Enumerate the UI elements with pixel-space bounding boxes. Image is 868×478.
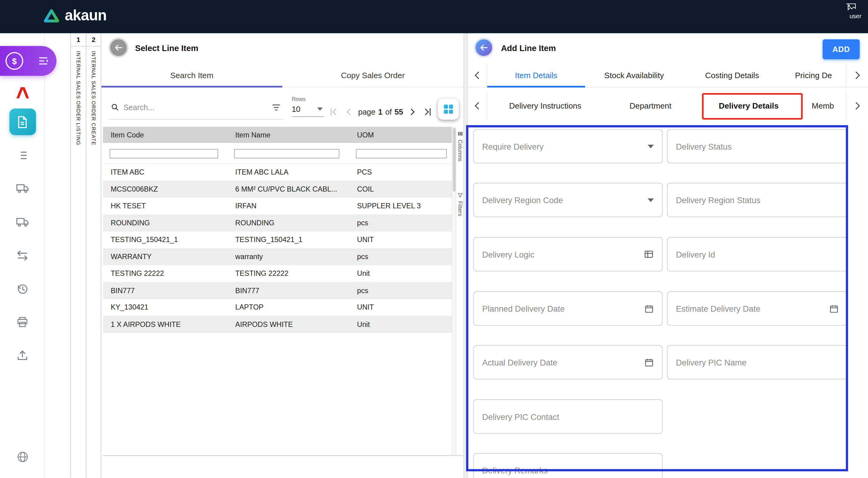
actual-delivery-date-field[interactable]: Actual Delivery Date — [473, 345, 662, 380]
delivery-pic-contact-field[interactable]: Delivery PIC Contact — [473, 399, 662, 434]
table-row[interactable]: KY_130421 LAPTOP UNIT — [103, 299, 452, 316]
active-tab-underline — [487, 86, 585, 87]
user-avatar[interactable]: user — [845, 3, 862, 20]
back-button[interactable] — [474, 38, 494, 58]
subtabs-scroll-right-icon[interactable] — [846, 92, 868, 120]
table-row[interactable]: ITEM ABC ITEM ABC LALA PCS — [103, 164, 452, 181]
pdf-tool-icon — [14, 85, 30, 101]
columns-toggle[interactable]: Columns — [457, 131, 464, 161]
calendar-icon — [644, 304, 654, 313]
delivery-pic-name-field[interactable]: Delivery PIC Name — [667, 345, 848, 380]
delivery-region-status-field[interactable]: Delivery Region Status — [667, 183, 848, 217]
delivery-logic-field[interactable]: Delivery Logic — [473, 237, 662, 272]
select-panel-tabs: Search Item Copy Sales Order — [101, 64, 463, 87]
first-page-icon[interactable] — [328, 107, 339, 117]
last-page-icon[interactable] — [422, 107, 433, 117]
delivery-id-field[interactable]: Delivery Id — [667, 237, 848, 272]
filters-toggle[interactable]: Filters — [457, 192, 464, 216]
current-page: 1 — [378, 107, 382, 116]
sidebar-item-globe[interactable] — [0, 444, 45, 470]
item-code-filter-input[interactable] — [110, 149, 218, 158]
truck-icon — [16, 182, 29, 195]
list-icon — [16, 149, 29, 161]
active-tab-underline — [101, 86, 282, 87]
table-row[interactable]: WARRANTY warranty pcs — [103, 248, 452, 265]
table-row[interactable]: TESTING_150421_1 TESTING_150421_1 UNIT — [103, 231, 452, 248]
caret-down-icon — [648, 144, 654, 148]
workspace-tab-listing[interactable]: 1 INTERNAL SALES ORDER LISTING — [70, 33, 86, 478]
sidebar-item-history[interactable] — [0, 275, 45, 302]
subtabs-scroll-left-icon[interactable] — [468, 92, 487, 120]
tab-member[interactable]: Memb — [800, 92, 846, 120]
upload-icon — [16, 349, 29, 362]
add-button[interactable]: ADD — [823, 39, 860, 59]
sidebar-item-delivery[interactable] — [0, 175, 45, 202]
back-button[interactable] — [108, 38, 129, 58]
item-table: Item Code Item Name UOM ITEM ABC ITEM AB… — [103, 127, 452, 333]
sales-money-icon[interactable]: $ — [5, 52, 23, 70]
rows-per-page-value: 10 — [292, 104, 300, 113]
previous-page-icon[interactable] — [343, 107, 354, 117]
page-indicator: page1of55 — [358, 107, 403, 116]
filter-list-icon[interactable] — [271, 102, 281, 112]
table-row[interactable]: TESTING 22222 TESTING 22222 Unit — [103, 265, 452, 282]
sidebar-item-sales-invoice[interactable] — [0, 109, 45, 135]
workspace-tab-strip: 1 INTERNAL SALES ORDER LISTING 2 INTERNA… — [70, 33, 101, 478]
planned-delivery-date-field[interactable]: Planned Delivery Date — [473, 291, 662, 326]
tab-stock-availability[interactable]: Stock Availability — [585, 64, 683, 87]
tab-item-details[interactable]: Item Details — [487, 64, 585, 87]
calendar-icon — [829, 304, 839, 313]
tab-search-item[interactable]: Search Item — [101, 64, 282, 87]
akaun-logo-icon — [43, 8, 60, 23]
item-name-filter-input[interactable] — [234, 149, 339, 158]
tab-costing-details[interactable]: Costing Details — [683, 64, 781, 87]
uom-filter-input[interactable] — [356, 149, 447, 158]
sidebar-item-print[interactable] — [0, 309, 45, 335]
delivery-region-code-field[interactable]: Delivery Region Code — [473, 183, 662, 217]
column-header-item-code[interactable]: Item Code — [103, 127, 228, 143]
tabs-scroll-right-icon[interactable] — [846, 64, 868, 87]
funnel-icon — [457, 192, 463, 198]
table-row[interactable]: BIN777 BIN777 pcs — [103, 282, 452, 299]
sub-tabs-row: Delivery Instructions Department Deliver… — [468, 92, 868, 120]
table-row[interactable]: ROUNDING ROUNDING pcs — [103, 215, 452, 232]
delivery-remarks-field[interactable]: Delivery Remarks — [473, 453, 662, 478]
sidebar-item-listing[interactable] — [0, 142, 45, 168]
workspace-tab-create[interactable]: 2 INTERNAL SALES ORDER CREATE — [86, 33, 101, 478]
table-row[interactable]: HK TESET IRFAN SUPPLER LEVEL 3 — [103, 198, 452, 215]
tabs-scroll-left-icon[interactable] — [468, 64, 487, 87]
table-side-strip: Columns Filters — [452, 127, 463, 455]
menu-open-icon[interactable] — [37, 55, 49, 67]
sales-document-icon — [9, 109, 36, 135]
table-row[interactable]: MCSC006BKZ 6 MM² CU/PVC BLACK CABL... CO… — [103, 181, 452, 198]
tab-delivery-details[interactable]: Delivery Details — [698, 92, 800, 120]
printer-icon — [16, 315, 29, 328]
column-header-item-name[interactable]: Item Name — [228, 127, 349, 143]
estimate-delivery-date-field[interactable]: Estimate Delivery Date — [667, 291, 848, 326]
tab-delivery-instructions[interactable]: Delivery Instructions — [487, 92, 603, 120]
tab-department[interactable]: Department — [603, 92, 698, 120]
app-window: akaun user $ — [0, 0, 868, 478]
search-input[interactable] — [123, 103, 267, 112]
tab-copy-sales-order[interactable]: Copy Sales Order — [282, 64, 463, 87]
table-row[interactable]: 1 X AIRPODS WHITE AIRPODS WHITE Unit — [103, 316, 452, 333]
sidebar-item-transfer[interactable] — [0, 242, 45, 268]
next-page-icon[interactable] — [407, 107, 418, 117]
column-header-uom[interactable]: UOM — [349, 127, 452, 143]
total-pages: 55 — [395, 107, 403, 116]
rows-per-page-select[interactable]: Rows 10 — [292, 96, 324, 117]
top-bar: akaun user — [0, 0, 868, 33]
sidebar-item-shipping[interactable] — [0, 209, 45, 235]
sidebar-item-upload[interactable] — [0, 342, 45, 368]
sidebar-item-pdf[interactable] — [0, 80, 45, 106]
delivery-status-field[interactable]: Delivery Status — [667, 129, 848, 163]
scrollbar-thumb[interactable] — [453, 128, 456, 191]
detail-tabs-row: Item Details Stock Availability Costing … — [468, 64, 868, 87]
table-scrollbar[interactable] — [452, 127, 456, 455]
grid-view-button[interactable] — [438, 98, 459, 119]
brand-logo[interactable]: akaun — [43, 8, 107, 23]
search-box — [108, 95, 284, 119]
require-delivery-field[interactable]: Require Delivery — [473, 129, 662, 163]
tab-pricing-details[interactable]: Pricing De — [781, 64, 846, 87]
pagination: page1of55 — [328, 104, 433, 119]
